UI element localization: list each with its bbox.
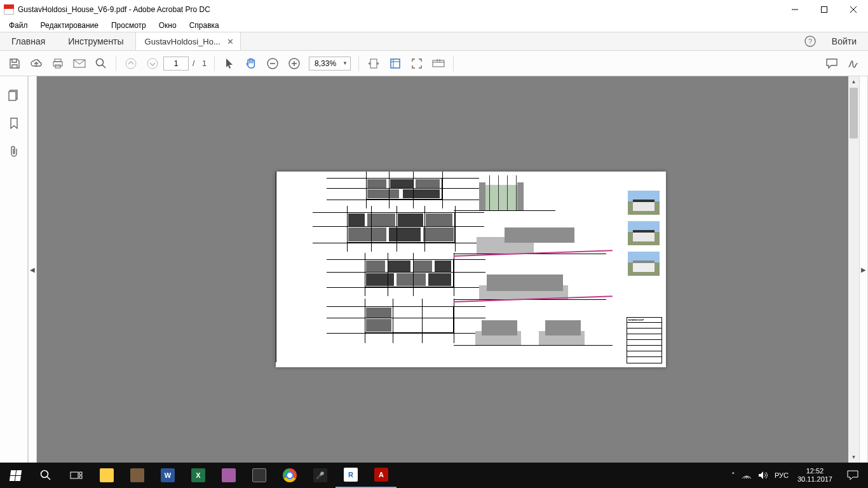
folder-icon: [100, 468, 114, 482]
notepad-icon: [130, 468, 144, 482]
panel-toggle-left[interactable]: ◀: [28, 76, 37, 463]
document-canvas[interactable]: ◀: [28, 76, 868, 463]
calculator-icon: [252, 468, 266, 482]
clock-date: 30.11.2017: [797, 475, 832, 484]
page-number-input[interactable]: [163, 57, 189, 71]
taskbar-notepad[interactable]: [122, 463, 153, 488]
cloud-button[interactable]: [25, 53, 47, 74]
tab-row: Главная Инструменты GustavHoldosi_Ho... …: [0, 32, 868, 51]
search-icon: [95, 58, 107, 69]
maximize-button[interactable]: [810, 0, 839, 19]
svg-rect-6: [55, 59, 61, 62]
taskbar-excel[interactable]: X: [183, 463, 214, 488]
login-button[interactable]: Войти: [820, 32, 868, 50]
print-button[interactable]: [47, 53, 69, 74]
main-area: ◀: [0, 76, 868, 463]
fit-width-button[interactable]: [363, 53, 384, 74]
hand-icon: [245, 57, 257, 70]
taskbar-mic[interactable]: 🎤: [305, 463, 336, 488]
bookmarks-button[interactable]: [8, 117, 20, 130]
vertical-scrollbar[interactable]: ▲ ▼: [848, 76, 859, 463]
scroll-down-icon[interactable]: ▼: [848, 452, 859, 463]
close-button[interactable]: [839, 0, 868, 19]
tab-close-icon[interactable]: ✕: [227, 37, 234, 46]
render-thumb-1: [628, 191, 660, 215]
select-tool-button[interactable]: [219, 53, 240, 74]
help-button[interactable]: ?: [800, 32, 820, 50]
taskbar-calc[interactable]: [244, 463, 275, 488]
scroll-up-icon[interactable]: ▲: [848, 76, 859, 87]
tab-document[interactable]: GustavHoldosi_Ho... ✕: [135, 32, 241, 50]
email-button[interactable]: [69, 53, 90, 74]
thumbnails-icon: [8, 90, 20, 101]
fit-page-button[interactable]: [384, 53, 406, 74]
toolbar-sep-3: [358, 56, 359, 71]
taskbar-clock[interactable]: 12:52 30.11.2017: [792, 467, 837, 484]
chrome-icon: [283, 468, 297, 482]
scroll-thumb[interactable]: [850, 88, 858, 139]
start-button[interactable]: [0, 463, 31, 488]
sign-button[interactable]: [843, 53, 864, 74]
maximize-icon: [821, 6, 827, 13]
search-button[interactable]: [90, 53, 112, 74]
menu-edit[interactable]: Редактирование: [34, 20, 105, 31]
taskbar-revit[interactable]: R: [336, 463, 366, 488]
read-mode-button[interactable]: [428, 53, 449, 74]
tray-volume-icon[interactable]: [758, 471, 768, 480]
window-title: GustavHoldosi_House_V6-9.pdf - Adobe Acr…: [18, 5, 210, 14]
minimize-button[interactable]: [780, 0, 810, 19]
svg-rect-30: [79, 472, 82, 475]
hand-tool-button[interactable]: [240, 53, 262, 74]
svg-rect-19: [370, 59, 377, 68]
minimize-icon: [792, 6, 798, 13]
svg-rect-20: [391, 59, 400, 68]
revit-icon: R: [344, 468, 358, 482]
task-view-button[interactable]: [61, 463, 92, 488]
svg-point-13: [147, 58, 158, 69]
action-center-icon: [847, 470, 858, 480]
zoom-value: 8,33%: [315, 59, 336, 68]
tray-network-icon[interactable]: [742, 471, 752, 479]
svg-text:?: ?: [808, 37, 812, 45]
page-total: 1: [198, 59, 210, 68]
action-center-button[interactable]: [837, 463, 868, 488]
bookmark-icon: [10, 118, 18, 129]
system-tray[interactable]: ˄ РУС: [728, 471, 792, 480]
taskbar-word[interactable]: W: [153, 463, 183, 488]
tab-home[interactable]: Главная: [0, 32, 57, 50]
menu-file[interactable]: Файл: [3, 20, 34, 31]
panel-toggle-right[interactable]: ▶: [859, 76, 868, 463]
sign-icon: [847, 58, 860, 69]
zoom-out-button[interactable]: [262, 53, 283, 74]
taskbar-explorer[interactable]: [92, 463, 122, 488]
zoom-in-icon: [288, 58, 300, 69]
thumbnails-button[interactable]: [8, 89, 20, 102]
menu-view[interactable]: Просмотр: [105, 20, 153, 31]
floor-plan-3: [352, 257, 460, 292]
taskbar-chrome[interactable]: [275, 463, 305, 488]
attachments-button[interactable]: [8, 145, 20, 158]
taskbar-paint[interactable]: [214, 463, 244, 488]
left-sidebar: [0, 76, 28, 463]
title-block: EINREICHP: [627, 317, 662, 363]
floor-plan-1: [352, 174, 454, 205]
tray-language[interactable]: РУС: [775, 471, 789, 479]
page-down-button[interactable]: [142, 53, 163, 74]
menu-help[interactable]: Справка: [183, 20, 226, 31]
zoom-in-button[interactable]: [283, 53, 305, 74]
taskbar-search[interactable]: [31, 463, 61, 488]
fullscreen-button[interactable]: [406, 53, 428, 74]
menu-window[interactable]: Окно: [153, 20, 183, 31]
cloud-icon: [30, 58, 43, 69]
save-button[interactable]: [4, 53, 25, 74]
zoom-select[interactable]: 8,33% ▼: [309, 57, 351, 71]
fullscreen-icon: [411, 58, 423, 69]
document-page: EINREICHP: [276, 172, 666, 367]
tray-chevron-icon[interactable]: ˄: [731, 471, 735, 480]
comment-button[interactable]: [821, 53, 843, 74]
taskbar-acrobat[interactable]: A: [366, 463, 397, 488]
svg-rect-21: [433, 60, 444, 67]
page-up-button[interactable]: [120, 53, 142, 74]
tab-tools[interactable]: Инструменты: [57, 32, 135, 50]
task-view-icon: [70, 470, 83, 480]
